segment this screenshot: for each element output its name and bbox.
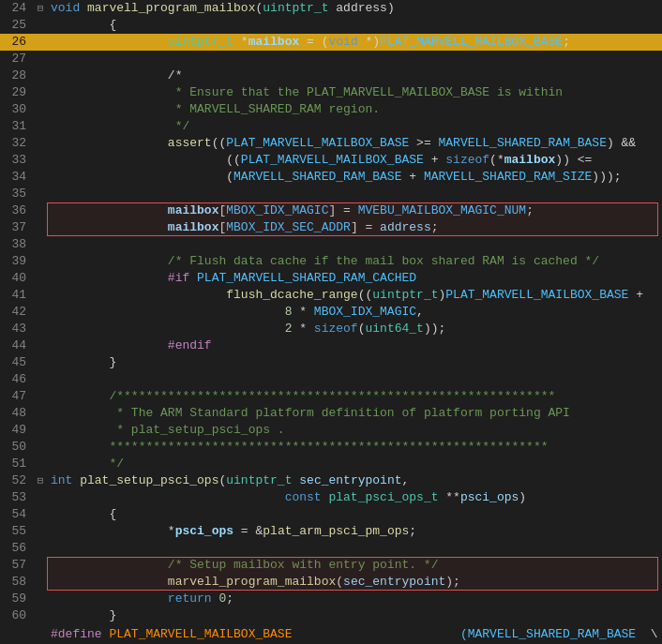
code-line: 56 [0, 540, 662, 557]
line-number: 37 [0, 219, 34, 236]
code-line: 32 assert((PLAT_MARVELL_MAILBOX_BASE >= … [0, 135, 662, 152]
line-number: 58 [0, 574, 34, 591]
line-number: 47 [0, 388, 34, 405]
line-code-content: */ [47, 456, 662, 472]
line-code-content [47, 540, 662, 557]
define-value1: (MARVELL_SHARED_RAM_BASE [460, 627, 651, 641]
fold-icon [34, 439, 47, 456]
line-number: 45 [0, 354, 34, 371]
fold-icon [34, 337, 47, 354]
line-number: 30 [0, 101, 34, 118]
line-code-content: ****************************************… [47, 439, 662, 456]
code-line: 45 } [0, 354, 662, 371]
line-number: 54 [0, 506, 34, 523]
line-code-content: uintptr_t *mailbox = (void *)PLAT_MARVEL… [47, 34, 662, 51]
line-number: 52 [0, 472, 34, 489]
fold-icon [34, 354, 47, 371]
line-number: 44 [0, 337, 34, 354]
line-number: 60 [0, 607, 34, 624]
fold-icon [34, 17, 47, 34]
line-code-content: const plat_psci_ops_t **psci_ops) [47, 489, 662, 506]
fold-icon [34, 101, 47, 118]
line-code-content: } [47, 607, 662, 624]
line-number: 35 [0, 186, 34, 202]
line-code-content: /* Setup mailbox with entry point. */ [47, 557, 662, 574]
fold-icon [34, 607, 47, 624]
line-code-content: mailbox[MBOX_IDX_SEC_ADDR] = address; [47, 219, 662, 236]
line-code-content: #endif [47, 337, 662, 354]
fold-icon [34, 506, 47, 523]
line-number-define [0, 626, 34, 643]
fold-icon [34, 67, 47, 84]
fold-icon [34, 219, 47, 236]
code-line: 38 [0, 236, 662, 253]
code-line: 34 (MARVELL_SHARED_RAM_BASE + MARVELL_SH… [0, 169, 662, 186]
code-line: 59 return 0; [0, 591, 662, 607]
line-number: 59 [0, 591, 34, 607]
line-code-content: #if PLAT_MARVELL_SHARED_RAM_CACHED [47, 270, 662, 287]
fold-icon [34, 371, 47, 388]
code-line: 53 const plat_psci_ops_t **psci_ops) [0, 489, 662, 506]
line-number: 51 [0, 456, 34, 472]
line-code-content: int plat_setup_psci_ops(uintptr_t sec_en… [47, 472, 662, 489]
fold-icon [34, 574, 47, 591]
fold-icon [34, 118, 47, 135]
line-number: 46 [0, 371, 34, 388]
fold-icon [34, 186, 47, 202]
code-line: 36 mailbox[MBOX_IDX_MAGIC] = MVEBU_MAILB… [0, 202, 662, 219]
fold-icon [34, 270, 47, 287]
code-line: 31 */ [0, 118, 662, 135]
code-line: 35 [0, 186, 662, 202]
code-line: 39 /* Flush data cache if the mail box s… [0, 253, 662, 270]
fold-icon [34, 388, 47, 405]
fold-icon [34, 591, 47, 607]
line-number: 32 [0, 135, 34, 152]
fold-icon [34, 489, 47, 506]
line-code-content: { [47, 17, 662, 34]
code-line: 24⊟void marvell_program_mailbox(uintptr_… [0, 0, 662, 17]
line-code-content [47, 236, 662, 253]
fold-icon [34, 34, 47, 51]
line-number: 36 [0, 202, 34, 219]
code-line: 37 mailbox[MBOX_IDX_SEC_ADDR] = address; [0, 219, 662, 236]
fold-icon [34, 304, 47, 321]
line-code-content [47, 371, 662, 388]
code-line: 41 flush_dcache_range((uintptr_t)PLAT_MA… [0, 287, 662, 304]
line-number: 43 [0, 321, 34, 337]
code-line: 50 *************************************… [0, 439, 662, 456]
line-number: 24 [0, 0, 34, 17]
fold-icon[interactable]: ⊟ [34, 472, 47, 489]
line-number: 50 [0, 439, 34, 456]
code-line: 25 { [0, 17, 662, 34]
line-code-content: return 0; [47, 591, 662, 607]
code-line: 58 marvell_program_mailbox(sec_entrypoin… [0, 574, 662, 591]
line-code-content: flush_dcache_range((uintptr_t)PLAT_MARVE… [47, 287, 662, 304]
line-number: 49 [0, 422, 34, 439]
code-line: 55 *psci_ops = &plat_arm_psci_pm_ops; [0, 523, 662, 540]
line-number: 28 [0, 67, 34, 84]
line-number: 27 [0, 51, 34, 67]
line-number: 48 [0, 405, 34, 422]
line-code-content: { [47, 506, 662, 523]
fold-icon [34, 557, 47, 574]
line-code-content: mailbox[MBOX_IDX_MAGIC] = MVEBU_MAILBOX_… [47, 202, 662, 219]
line-number: 31 [0, 118, 34, 135]
code-line: 54 { [0, 506, 662, 523]
code-editor: 24⊟void marvell_program_mailbox(uintptr_… [0, 0, 662, 644]
fold-icon [34, 152, 47, 169]
code-line: 48 * The ARM Standard platform definitio… [0, 405, 662, 422]
code-line: 49 * plat_setup_psci_ops . [0, 422, 662, 439]
fold-icon[interactable]: ⊟ [34, 0, 47, 17]
code-line: 47 /************************************… [0, 388, 662, 405]
code-lines: 24⊟void marvell_program_mailbox(uintptr_… [0, 0, 662, 624]
line-number: 42 [0, 304, 34, 321]
line-number: 53 [0, 489, 34, 506]
line-number: 29 [0, 84, 34, 101]
line-code-content: 2 * sizeof(uint64_t)); [47, 321, 662, 337]
fold-icon [34, 236, 47, 253]
line-code-content: *psci_ops = &plat_arm_psci_pm_ops; [47, 523, 662, 540]
fold-icon [34, 135, 47, 152]
fold-icon-define [34, 626, 47, 643]
fold-icon [34, 422, 47, 439]
line-number: 38 [0, 236, 34, 253]
